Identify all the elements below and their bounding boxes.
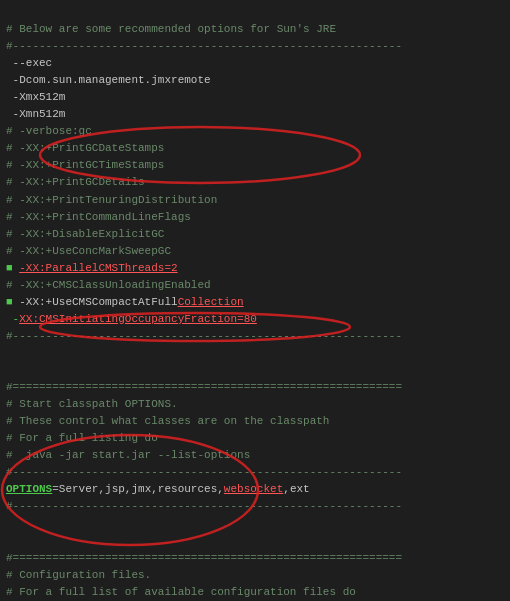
line-cmsclass: # -XX:+CMSClassUnloadingEnabled bbox=[6, 279, 211, 291]
line-dcom: -Dcom.sun.management.jmxremote bbox=[6, 74, 211, 86]
line-sep2: #---------------------------------------… bbox=[6, 330, 402, 342]
line-usecmscompact: ■ -XX:+UseCMSCompactAtFullCollection bbox=[6, 296, 244, 308]
line-disablegc: # -XX:+DisableExplicitGC bbox=[6, 228, 164, 240]
line-xmx: -Xmx512m bbox=[6, 91, 65, 103]
line-xmn: -Xmn512m bbox=[6, 108, 65, 120]
line-parallelcms: ■ -XX:ParallelCMSThreads=2 bbox=[6, 262, 178, 274]
line-sep6: #=======================================… bbox=[6, 552, 402, 564]
line-printgcdate: # -XX:+PrintGCDateStamps bbox=[6, 142, 164, 154]
line-cfg-desc1: # For a full list of available configura… bbox=[6, 586, 356, 598]
line-cp-desc1: # These control what classes are on the … bbox=[6, 415, 329, 427]
line-cp-header: # Start classpath OPTIONS. bbox=[6, 398, 178, 410]
line-blank2 bbox=[6, 534, 13, 546]
line-jre-header: # Below are some recommended options for… bbox=[6, 23, 336, 35]
line-cmsinitial: -XX:CMSInitiatingOccupancyFraction=80 bbox=[6, 313, 257, 325]
code-editor: # Below are some recommended options for… bbox=[0, 0, 510, 601]
line-printgcdetails: # -XX:+PrintGCDetails bbox=[6, 176, 145, 188]
line-cp-cmd: # java -jar start.jar --list-options bbox=[6, 449, 250, 461]
line-usecms: # -XX:+UseConcMarkSweepGC bbox=[6, 245, 171, 257]
line-verbose: # -verbose:gc bbox=[6, 125, 92, 137]
line-printgctime: # -XX:+PrintGCTimeStamps bbox=[6, 159, 164, 171]
line-sep1: #---------------------------------------… bbox=[6, 40, 402, 52]
line-printcmd: # -XX:+PrintCommandLineFlags bbox=[6, 211, 191, 223]
line-cfg-header: # Configuration files. bbox=[6, 569, 151, 581]
line-sep3: #=======================================… bbox=[6, 381, 402, 393]
line-exec: --exec bbox=[6, 57, 52, 69]
line-blank1 bbox=[6, 364, 13, 376]
line-sep4: #---------------------------------------… bbox=[6, 466, 402, 478]
line-options: OPTIONS=Server,jsp,jmx,resources,websock… bbox=[6, 483, 310, 495]
line-cp-desc2: # For a full listing do bbox=[6, 432, 158, 444]
line-printtenuring: # -XX:+PrintTenuringDistribution bbox=[6, 194, 217, 206]
line-sep5: #---------------------------------------… bbox=[6, 500, 402, 512]
